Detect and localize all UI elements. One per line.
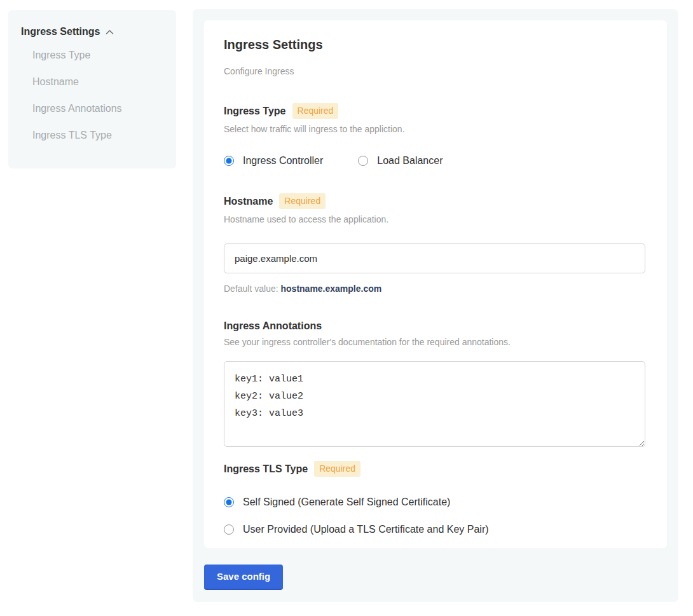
radio-label: Load Balancer <box>377 155 443 167</box>
sidebar-item-ingress-type[interactable]: Ingress Type <box>32 43 163 67</box>
ingress-annotations-help: See your ingress controller's documentat… <box>224 337 647 347</box>
default-value-prefix: Default value: <box>224 284 281 294</box>
section-hostname: Hostname Required Hostname used to acces… <box>224 193 647 294</box>
radio-option-self-signed[interactable]: Self Signed (Generate Self Signed Certif… <box>224 496 647 508</box>
default-value-text: hostname.example.com <box>281 284 382 294</box>
radio-option-load-balancer[interactable]: Load Balancer <box>358 155 443 167</box>
section-ingress-tls-type: Ingress TLS Type Required Self Signed (G… <box>224 461 647 535</box>
load-balancer-radio[interactable] <box>358 156 368 166</box>
self-signed-radio[interactable] <box>224 497 234 507</box>
page-subtitle: Configure Ingress <box>224 66 647 76</box>
sidebar-item-ingress-annotations[interactable]: Ingress Annotations <box>32 97 163 121</box>
ingress-tls-type-label: Ingress TLS Type <box>224 463 308 475</box>
config-nav-sidebar: Ingress Settings Ingress Type Hostname I… <box>8 10 176 168</box>
save-config-button[interactable]: Save config <box>204 565 283 590</box>
ingress-annotations-label: Ingress Annotations <box>224 320 322 332</box>
sidebar-item-ingress-tls-type[interactable]: Ingress TLS Type <box>32 123 163 147</box>
hostname-input[interactable] <box>224 243 645 273</box>
sidebar-item-list: Ingress Type Hostname Ingress Annotation… <box>21 43 163 147</box>
radio-option-user-provided[interactable]: User Provided (Upload a TLS Certificate … <box>224 524 647 535</box>
hostname-label: Hostname <box>224 196 273 207</box>
ingress-type-label: Ingress Type <box>224 106 286 117</box>
ingress-type-radio-group: Ingress Controller Load Balancer <box>224 155 647 167</box>
ingress-tls-type-radio-group: Self Signed (Generate Self Signed Certif… <box>224 496 647 535</box>
chevron-up-icon <box>106 29 114 35</box>
ingress-annotations-textarea[interactable]: key1: value1 key2: value2 key3: value3 <box>224 361 645 447</box>
ingress-controller-radio[interactable] <box>224 156 234 166</box>
sidebar-item-hostname[interactable]: Hostname <box>32 70 163 94</box>
section-ingress-annotations: Ingress Annotations See your ingress con… <box>224 320 647 447</box>
page-title: Ingress Settings <box>224 38 647 52</box>
required-badge: Required <box>279 193 326 209</box>
radio-option-ingress-controller[interactable]: Ingress Controller <box>224 155 323 167</box>
radio-label: Ingress Controller <box>243 155 323 167</box>
sidebar-group-ingress-settings[interactable]: Ingress Settings <box>21 26 163 38</box>
sidebar-group-label: Ingress Settings <box>21 26 100 38</box>
required-badge: Required <box>314 461 360 477</box>
ingress-settings-card: Ingress Settings Configure Ingress Ingre… <box>204 20 667 548</box>
config-main-panel: Ingress Settings Configure Ingress Ingre… <box>193 9 678 602</box>
hostname-default-line: Default value: hostname.example.com <box>224 284 647 294</box>
required-badge: Required <box>292 103 339 119</box>
radio-label: Self Signed (Generate Self Signed Certif… <box>243 496 450 508</box>
radio-label: User Provided (Upload a TLS Certificate … <box>243 524 489 535</box>
user-provided-radio[interactable] <box>224 524 234 535</box>
section-ingress-type: Ingress Type Required Select how traffic… <box>224 103 647 167</box>
ingress-type-help: Select how traffic will ingress to the a… <box>224 124 647 134</box>
hostname-help: Hostname used to access the application. <box>224 214 647 224</box>
